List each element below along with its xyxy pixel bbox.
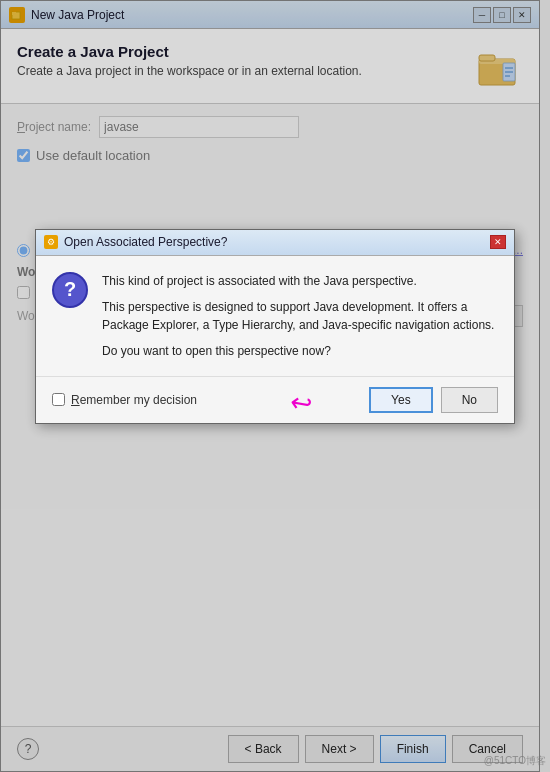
remember-label: Remember my decision <box>71 393 197 407</box>
dialog-close-button[interactable]: ✕ <box>490 235 506 249</box>
dialog-text: This kind of project is associated with … <box>102 272 498 360</box>
question-icon: ? <box>52 272 88 308</box>
dialog-footer: Remember my decision Yes No <box>36 376 514 423</box>
dialog-message1: This kind of project is associated with … <box>102 272 498 290</box>
remember-decision-row: Remember my decision <box>52 393 197 407</box>
dialog-message3: Do you want to open this perspective now… <box>102 342 498 360</box>
perspective-dialog: ⚙ Open Associated Perspective? ✕ ? This … <box>35 229 515 424</box>
dialog-action-buttons: Yes No <box>369 387 498 413</box>
dialog-title-bar: ⚙ Open Associated Perspective? ✕ <box>36 230 514 256</box>
dialog-title: Open Associated Perspective? <box>64 235 490 249</box>
remember-decision-checkbox[interactable] <box>52 393 65 406</box>
yes-button[interactable]: Yes <box>369 387 433 413</box>
dialog-body: ? This kind of project is associated wit… <box>36 256 514 376</box>
no-button[interactable]: No <box>441 387 498 413</box>
dialog-overlay: ⚙ Open Associated Perspective? ✕ ? This … <box>0 0 550 772</box>
dialog-title-icon: ⚙ <box>44 235 58 249</box>
dialog-message2: This perspective is designed to support … <box>102 298 498 334</box>
